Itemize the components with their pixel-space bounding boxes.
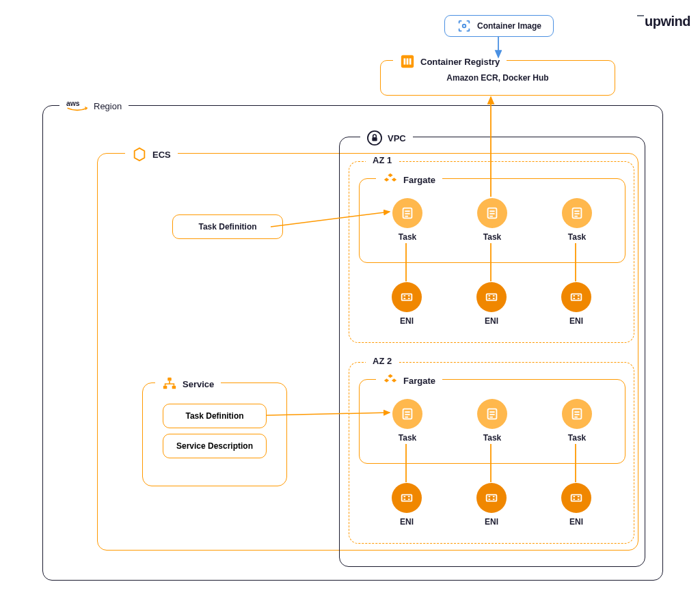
az1-task-2: Task: [465, 198, 520, 242]
az2-task-2: Task: [465, 399, 520, 443]
az2-eni-1: ENI: [379, 483, 434, 527]
az2-task-1: Task: [380, 399, 435, 443]
task-label: Task: [483, 433, 501, 443]
az1-task-1: Task: [380, 198, 435, 242]
eni-icon: [476, 483, 507, 513]
vpc-label: VPC: [388, 133, 406, 143]
service-box: Service Task Definition Service Descript…: [142, 382, 287, 486]
svg-rect-19: [571, 495, 582, 501]
eni-icon: [561, 282, 591, 312]
task-definition-label: Task Definition: [198, 222, 256, 232]
az1-label: AZ 1: [366, 155, 399, 165]
az1-task-3: Task: [550, 198, 604, 242]
task-definition-box-1: Task Definition: [172, 214, 283, 239]
svg-rect-7: [372, 137, 377, 141]
eni-icon: [561, 483, 591, 513]
svg-rect-4: [409, 58, 412, 64]
az2-box: AZ 2 Fargate Task Task: [349, 362, 634, 544]
fargate-icon: [383, 172, 398, 187]
diagram-canvas: upwind Container Image Container Registr…: [0, 0, 700, 612]
svg-rect-21: [163, 386, 167, 389]
eni-label: ENI: [400, 316, 414, 326]
task-icon: [392, 198, 422, 228]
az1-fargate-box: Fargate Task Task Task: [359, 178, 625, 263]
task-icon: [392, 399, 422, 429]
brand-logo: upwind: [637, 14, 690, 29]
az1-box: AZ 1 Fargate Task T: [349, 161, 634, 343]
task-icon: [477, 399, 507, 429]
svg-rect-22: [172, 386, 176, 389]
service-description-label: Service Description: [176, 441, 253, 451]
task-label: Task: [399, 433, 416, 443]
ecs-label: ECS: [152, 150, 171, 160]
az1-eni-2: ENI: [464, 282, 519, 326]
eni-label: ENI: [569, 316, 583, 326]
container-registry-box: Container Registry Amazon ECR, Docker Hu…: [380, 60, 615, 96]
eni-label: ENI: [485, 316, 498, 326]
az2-fargate-box: Fargate Task Task Task: [359, 379, 625, 464]
az2-eni-3: ENI: [549, 483, 604, 527]
task-definition-label: Task Definition: [185, 411, 243, 421]
task-label: Task: [483, 232, 501, 242]
focus-icon: [457, 18, 472, 33]
eni-icon: [476, 282, 507, 312]
eni-icon: [392, 483, 422, 513]
az2-eni-2: ENI: [464, 483, 519, 527]
az1-fargate-label-wrap: Fargate: [376, 172, 442, 187]
eni-label: ENI: [485, 517, 498, 527]
container-image-label: Container Image: [477, 21, 541, 31]
lock-icon: [367, 130, 382, 145]
aws-icon: aws: [66, 99, 88, 113]
task-icon: [477, 198, 507, 228]
svg-rect-11: [402, 294, 412, 300]
container-registry-title-wrap: Container Registry: [393, 54, 507, 69]
eni-label: ENI: [400, 517, 414, 527]
container-image-box: Container Image: [444, 15, 554, 37]
fargate-icon: [383, 373, 398, 388]
ecs-label-wrap: ECS: [125, 147, 178, 162]
service-icon: [162, 376, 177, 391]
task-label: Task: [568, 433, 586, 443]
svg-point-0: [463, 25, 466, 28]
az2-label: AZ 2: [366, 356, 399, 366]
az2-fargate-label: Fargate: [403, 376, 435, 386]
task-label: Task: [568, 232, 586, 242]
eni-label: ENI: [569, 517, 583, 527]
az2-task-3: Task: [550, 399, 604, 443]
svg-rect-3: [407, 58, 409, 64]
task-icon: [562, 198, 592, 228]
region-label: Region: [94, 101, 122, 111]
service-label: Service: [183, 379, 214, 389]
region-label-wrap: aws Region: [59, 99, 129, 113]
task-icon: [562, 399, 592, 429]
az1-fargate-label: Fargate: [403, 175, 435, 185]
task-label: Task: [399, 232, 416, 242]
service-description-box: Service Description: [163, 434, 267, 458]
eni-icon: [392, 282, 422, 312]
vpc-label-wrap: VPC: [360, 130, 413, 145]
registry-icon: [400, 54, 415, 69]
svg-rect-13: [571, 294, 582, 300]
az2-fargate-label-wrap: Fargate: [376, 373, 442, 388]
ecs-icon: [132, 147, 147, 162]
svg-rect-20: [167, 378, 172, 381]
svg-text:aws: aws: [66, 100, 80, 107]
az1-eni-1: ENI: [379, 282, 434, 326]
task-definition-box-2: Task Definition: [163, 404, 267, 428]
svg-rect-17: [402, 495, 412, 501]
az1-eni-3: ENI: [549, 282, 604, 326]
svg-rect-12: [487, 294, 497, 300]
svg-rect-2: [404, 58, 406, 64]
container-registry-title: Container Registry: [420, 57, 500, 67]
service-label-wrap: Service: [155, 376, 221, 391]
svg-rect-18: [487, 495, 497, 501]
